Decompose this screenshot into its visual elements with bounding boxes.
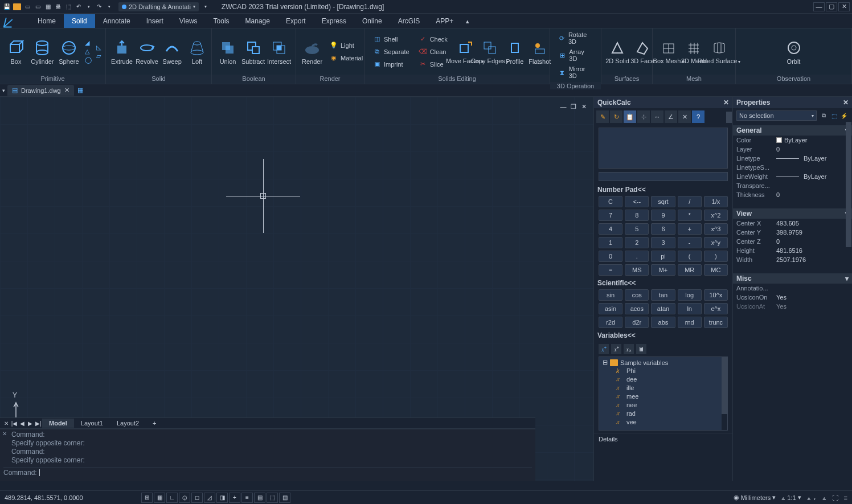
sb-annoscale-icon[interactable]: ⟁ ▾ xyxy=(807,494,817,501)
sweep-button[interactable]: Sweep xyxy=(161,38,183,66)
sb-lwt-icon[interactable]: + xyxy=(229,493,240,503)
sci-key-rnd[interactable]: rnd xyxy=(678,317,702,328)
numpad-key-1[interactable]: 1 xyxy=(599,237,622,248)
tab-online[interactable]: Online xyxy=(354,14,390,28)
var-new-icon[interactable]: 𝑥⁺ xyxy=(599,344,609,354)
qat-saveas-icon[interactable]: ▭ xyxy=(33,2,42,11)
orbit-button[interactable]: Orbit xyxy=(783,38,805,66)
numpad-key-MR[interactable]: MR xyxy=(678,264,702,276)
mirror3d-button[interactable]: ⧗Mirror 3D xyxy=(557,65,594,80)
prop-row-layer[interactable]: Layer0 xyxy=(733,145,852,154)
maximize-button[interactable]: ▢ xyxy=(826,2,837,11)
clean-button[interactable]: ⌫Clean xyxy=(417,47,449,57)
cylinder-button[interactable]: Cylinder xyxy=(30,38,55,66)
lt-prev-icon[interactable]: ◀ xyxy=(18,420,26,427)
imprint-button[interactable]: ▣Imprint xyxy=(371,59,411,69)
sb-osnap-icon[interactable]: ◻ xyxy=(191,493,203,503)
numpad-key-0[interactable]: 0 xyxy=(599,251,622,262)
qc-angle-icon[interactable]: ∠ xyxy=(665,110,677,123)
numpad-key-[interactable]: / xyxy=(678,196,702,207)
doctab-new-icon[interactable]: ▦ xyxy=(77,87,83,94)
box-button[interactable]: Box xyxy=(5,38,27,66)
sci-key-cos[interactable]: cos xyxy=(625,289,649,301)
prop-row-width[interactable]: Width2507.1976 xyxy=(733,255,852,264)
prop-row-lweight[interactable]: LineWeightByLayer xyxy=(733,172,852,181)
sci-key-ln[interactable]: ln xyxy=(678,303,702,314)
material-button[interactable]: ◉Material xyxy=(328,53,364,63)
numpad-key-sqrt[interactable]: sqrt xyxy=(651,196,675,207)
tab-solid[interactable]: Solid xyxy=(64,14,95,28)
variables-title[interactable]: Variables<< xyxy=(594,328,732,342)
sb-dyn-icon[interactable]: ◨ xyxy=(216,493,228,503)
sb-grid-icon[interactable]: ⊞ xyxy=(141,493,153,503)
qc-dist-icon[interactable]: ↔ xyxy=(651,110,663,123)
numpad-key-8[interactable]: 8 xyxy=(625,210,649,221)
tab-export[interactable]: Export xyxy=(278,14,314,28)
numpad-key-C[interactable]: C xyxy=(599,196,622,207)
profile-button[interactable]: Profile xyxy=(503,38,526,66)
var-root[interactable]: ⊟ Sample variables xyxy=(600,358,726,367)
layout-tab-model[interactable]: Model xyxy=(42,419,74,428)
sb-polar-icon[interactable]: ◶ xyxy=(179,493,190,503)
section-general[interactable]: General▾ xyxy=(733,125,852,136)
qc-history-icon[interactable]: ↻ xyxy=(610,110,622,123)
qc-help-icon[interactable]: ? xyxy=(692,110,704,123)
extrude-button[interactable]: Extrude xyxy=(110,38,133,66)
sci-key-sin[interactable]: sin xyxy=(599,289,622,301)
command-input-row[interactable]: Command: xyxy=(3,467,532,477)
prop-row-centerx[interactable]: Center X493.605 xyxy=(733,219,852,228)
numpad-key-pi[interactable]: pi xyxy=(651,251,675,262)
check-button[interactable]: ✓Check xyxy=(417,34,449,44)
qat-redo-icon[interactable]: ↷ xyxy=(95,2,104,11)
numpad-key-5[interactable]: 5 xyxy=(625,223,649,235)
sci-key-ex[interactable]: e^x xyxy=(704,303,728,314)
qc-paste-icon[interactable]: 📋 xyxy=(624,110,636,123)
app-logo-icon[interactable]: ⟀ xyxy=(3,15,24,30)
sci-key-r2d[interactable]: r2d xyxy=(599,317,622,328)
sci-key-asin[interactable]: asin xyxy=(599,303,622,314)
sb-customize-icon[interactable]: ≡ xyxy=(844,494,847,501)
quickcalc-scrollbar[interactable] xyxy=(726,112,732,480)
layout-tab-add[interactable]: + xyxy=(146,419,163,428)
variable-item-dee[interactable]: 𝑥dee xyxy=(600,375,726,383)
sb-otrack-icon[interactable]: ◿ xyxy=(204,493,215,503)
qc-intersect-icon[interactable]: ✕ xyxy=(678,110,691,123)
variable-item-phi[interactable]: kPhi xyxy=(600,367,726,375)
numpad-key-2[interactable]: 2 xyxy=(625,237,649,248)
qc-clear-icon[interactable]: ✎ xyxy=(596,110,609,123)
quickcalc-header[interactable]: QuickCalc ✕ xyxy=(594,97,732,108)
quickcalc-result[interactable] xyxy=(599,172,728,181)
sb-cycle-icon[interactable]: ▤ xyxy=(254,493,265,503)
intersect-button[interactable]: Intersect xyxy=(267,38,291,66)
minimize-button[interactable]: — xyxy=(813,2,825,11)
numpad-key-xy[interactable]: x^y xyxy=(704,237,728,248)
variable-item-rad[interactable]: 𝑥rad xyxy=(600,409,726,417)
variable-item-vee[interactable]: 𝑥vee xyxy=(600,417,726,426)
union-button[interactable]: Union xyxy=(216,38,239,66)
tab-manage[interactable]: Manage xyxy=(237,14,278,28)
selection-dropdown[interactable]: No selection ▾ xyxy=(736,110,817,121)
qat-open-icon[interactable] xyxy=(13,2,22,11)
rotate3d-button[interactable]: ⟳Rotate 3D xyxy=(557,31,594,46)
qat-undo-dd-icon[interactable]: ▾ xyxy=(84,2,93,11)
tab-views[interactable]: Views xyxy=(171,14,206,28)
loft-button[interactable]: Loft xyxy=(186,38,208,66)
tab-appplus[interactable]: APP+ xyxy=(428,14,461,28)
sb-model-icon[interactable]: ≡ xyxy=(241,493,253,503)
slice-button[interactable]: ✂Slice xyxy=(417,59,449,69)
sb-snap-icon[interactable]: ▦ xyxy=(154,493,165,503)
drawing-canvas[interactable]: — ❐ ✕ Y X ✕ |◀ ◀ ▶ ▶| Model Layout1 Layo… xyxy=(0,97,593,481)
var-calc-icon[interactable]: 🖩 xyxy=(636,344,646,354)
variables-tree[interactable]: ⊟ Sample variables kPhi𝑥dee𝑥ille𝑥mee𝑥nee… xyxy=(599,357,728,431)
numpad-key-x3[interactable]: x^3 xyxy=(704,223,728,235)
properties-close-icon[interactable]: ✕ xyxy=(843,99,849,106)
qat-publish-icon[interactable]: ⬚ xyxy=(64,2,73,11)
shell-button[interactable]: ◫Shell xyxy=(371,34,411,44)
doctab-close-icon[interactable]: ✕ xyxy=(64,87,69,94)
sci-key-tan[interactable]: tan xyxy=(651,289,675,301)
close-button[interactable]: ✕ xyxy=(838,2,850,11)
lt-first-icon[interactable]: |◀ xyxy=(10,420,18,427)
properties-scrollbar[interactable] xyxy=(846,122,851,480)
quickcalc-display[interactable] xyxy=(599,128,728,169)
tab-tools[interactable]: Tools xyxy=(206,14,237,28)
